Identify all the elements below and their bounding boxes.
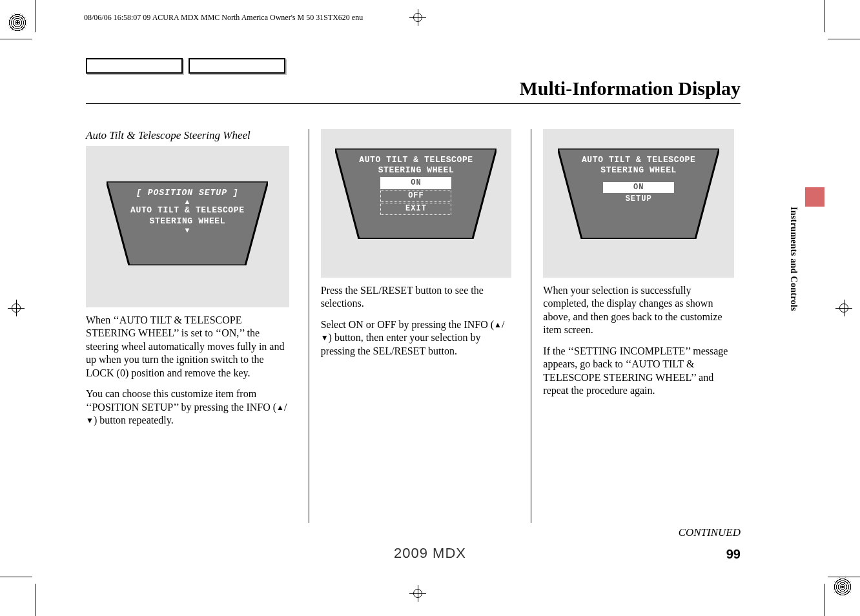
- subheading: Auto Tilt & Telescope Steering Wheel: [86, 129, 289, 142]
- trim-mark: [828, 577, 860, 577]
- horizontal-rule: [86, 103, 741, 104]
- triangle-up-icon: ▲: [107, 198, 268, 205]
- body-paragraph: You can choose this customize item from …: [86, 387, 289, 427]
- body-paragraph: Press the SEL/RESET button to see the se…: [321, 284, 512, 311]
- text-fragment: You can choose this customize item from …: [86, 388, 276, 412]
- crosshair-right: [839, 303, 848, 313]
- display-setup-label: SETUP: [558, 194, 719, 204]
- display-content: AUTO TILT & TELESCOPE STEERING WHEEL ON …: [335, 149, 497, 215]
- placeholder-box: [189, 58, 285, 74]
- body-paragraph: Select ON or OFF by pressing the INFO (▲…: [321, 318, 512, 358]
- body-paragraph: When ‘‘AUTO TILT & TELESCOPE STEERING WH…: [86, 314, 289, 380]
- trim-mark: [828, 39, 860, 39]
- text-fragment: ) button, then enter your selection by p…: [321, 332, 481, 356]
- column-2: AUTO TILT & TELESCOPE STEERING WHEEL ON …: [309, 129, 518, 523]
- display-option-on: ON: [380, 177, 451, 189]
- placeholder-box: [86, 58, 183, 74]
- triangle-down-icon: ▼: [107, 227, 268, 234]
- display-option-exit: EXIT: [380, 203, 451, 215]
- text-fragment: ) button repeatedly.: [94, 415, 174, 426]
- footer-model-year: 2009 MDX: [394, 545, 466, 562]
- display-illustration-1: [ POSITION SETUP ] ▲ AUTO TILT & TELESCO…: [86, 146, 289, 307]
- display-illustration-2: AUTO TILT & TELESCOPE STEERING WHEEL ON …: [321, 129, 512, 278]
- page-content: Multi-Information Display Instruments an…: [36, 39, 824, 575]
- body-paragraph: If the ‘‘SETTING INCOMPLETE’’ message ap…: [543, 345, 734, 398]
- display-line: STEERING WHEEL: [335, 165, 497, 176]
- display-line: AUTO TILT & TELESCOPE: [107, 205, 268, 216]
- trim-mark: [824, 0, 824, 32]
- registration-mark-top-left: [8, 13, 27, 32]
- triangle-down-icon: ▼: [86, 416, 94, 425]
- display-line: STEERING WHEEL: [558, 165, 719, 176]
- display-option-on: ON: [603, 182, 674, 193]
- registration-mark-bottom-right: [833, 577, 852, 597]
- display-content: [ POSITION SETUP ] ▲ AUTO TILT & TELESCO…: [107, 181, 268, 234]
- display-bracket-label: [ POSITION SETUP ]: [107, 188, 268, 198]
- display-illustration-3: AUTO TILT & TELESCOPE STEERING WHEEL ON …: [543, 129, 734, 278]
- trim-mark: [36, 0, 36, 32]
- page-title: Multi-Information Display: [519, 77, 741, 99]
- section-vertical-label: Instruments and Controls: [788, 207, 799, 311]
- triangle-up-icon: ▲: [276, 403, 284, 412]
- section-color-tab: [805, 187, 824, 207]
- display-line: AUTO TILT & TELESCOPE: [335, 155, 497, 165]
- trim-mark: [0, 39, 32, 39]
- document-header-meta: 08/06/06 16:58:07 09 ACURA MDX MMC North…: [84, 13, 363, 23]
- page-number: 99: [726, 547, 741, 562]
- column-1: Auto Tilt & Telescope Steering Wheel [ P…: [86, 129, 296, 523]
- display-line: AUTO TILT & TELESCOPE: [558, 155, 719, 165]
- placeholder-boxes: [86, 58, 285, 74]
- content-columns: Auto Tilt & Telescope Steering Wheel [ P…: [86, 129, 741, 523]
- body-paragraph: When your selection is successfully comp…: [543, 284, 734, 337]
- display-content: AUTO TILT & TELESCOPE STEERING WHEEL ON …: [558, 149, 719, 204]
- trim-mark: [36, 584, 36, 616]
- crosshair-left: [12, 303, 21, 313]
- text-fragment: Select ON or OFF by pressing the INFO (: [321, 319, 494, 330]
- triangle-up-icon: ▲: [494, 320, 502, 329]
- trim-mark: [0, 577, 32, 577]
- display-option-off: OFF: [380, 190, 451, 202]
- triangle-down-icon: ▼: [321, 333, 329, 342]
- display-line: STEERING WHEEL: [107, 216, 268, 227]
- column-3: AUTO TILT & TELESCOPE STEERING WHEEL ON …: [531, 129, 741, 523]
- crosshair-top: [413, 13, 422, 22]
- crosshair-bottom: [413, 589, 422, 598]
- continued-label: CONTINUED: [679, 526, 741, 539]
- trim-mark: [824, 584, 824, 616]
